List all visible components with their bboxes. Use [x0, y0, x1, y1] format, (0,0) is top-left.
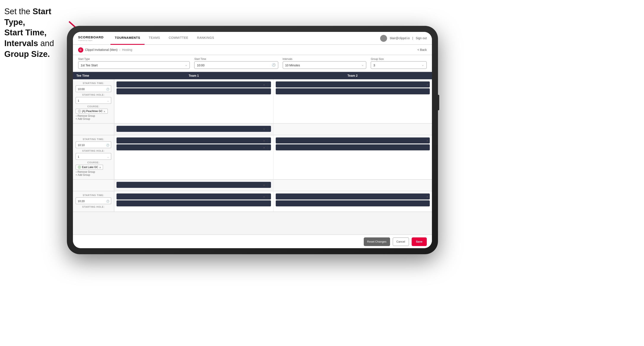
- player-slot: [276, 88, 430, 94]
- course-remove-1[interactable]: ✕: [103, 110, 106, 113]
- cancel-button[interactable]: Cancel: [392, 237, 409, 246]
- breadcrumb-logo: C: [78, 47, 83, 52]
- user-avatar: [380, 35, 387, 42]
- starting-time-input-1[interactable]: 10:00 🕐: [76, 85, 111, 92]
- tablet-frame: SCOREBOARD Powered by clippd TOURNAMENTS…: [67, 26, 438, 254]
- player-slot: ✕: [276, 81, 430, 87]
- tablet-screen: SCOREBOARD Powered by clippd TOURNAMENTS…: [73, 32, 432, 248]
- th-team2: Team 2: [273, 72, 432, 79]
- starting-time-label-1: STARTING TIME:: [76, 82, 111, 84]
- group-size-select[interactable]: 3 ⌄: [371, 61, 427, 69]
- group1b-team1: ✕ ⋮: [114, 124, 273, 135]
- course-tag-2[interactable]: East Lake GC ✕: [76, 165, 103, 170]
- player-slot: ✕ ⋮: [116, 126, 271, 132]
- player-slot: [276, 200, 430, 206]
- starting-hole-label-1: STARTING HOLE:: [76, 94, 111, 96]
- nav-tab-tournaments[interactable]: TOURNAMENTS: [110, 32, 144, 45]
- player-slot: ✕: [276, 138, 430, 144]
- group-size-label: Group Size: [371, 58, 427, 60]
- player-slot: ✕ ⋮: [116, 193, 271, 199]
- instruction-bold4: Group Size.: [4, 49, 50, 59]
- intervals-chevron: ⌄: [361, 63, 364, 67]
- starting-time-value-3: 10:20: [78, 199, 85, 202]
- logo-subtext: Powered by clippd: [78, 39, 104, 41]
- starting-time-value-1: 10:00: [78, 87, 85, 90]
- intervals-value: 10 Minutes: [285, 64, 300, 67]
- starting-time-label-3: STARTING TIME:: [76, 194, 111, 196]
- starting-time-label-2: STARTING TIME:: [76, 138, 111, 141]
- table-row: STARTING TIME: 10:20 🕐 STARTING HOLE: ✕: [73, 191, 432, 212]
- tablet-side-button: [438, 95, 439, 110]
- table-header: Tee Time Team 1 Team 2: [73, 72, 432, 79]
- course-value-1: (A) Peachtree GC: [82, 110, 102, 112]
- logo-text: SCOREBOARD: [78, 35, 104, 39]
- player-slot: ✕ ⋮: [116, 138, 271, 144]
- breadcrumb-section: Hosting: [122, 48, 132, 51]
- breadcrumb-tournament[interactable]: Clippd Invitational (Men): [85, 48, 118, 51]
- group1-left: STARTING TIME: 10:00 🕐 STARTING HOLE: 1 …: [73, 79, 114, 123]
- nav-right: blair@clippd.io | Sign out: [380, 35, 427, 42]
- player-slot: ✕ ⋮: [116, 144, 271, 150]
- sign-out-link[interactable]: Sign out: [416, 37, 427, 40]
- nav-tab-committee[interactable]: COMMITTEE: [164, 32, 193, 45]
- breadcrumb-separator: ›: [119, 48, 120, 51]
- starting-hole-input-2[interactable]: 1 ⌄: [76, 153, 111, 160]
- group-size-value: 3: [374, 64, 375, 67]
- start-type-select[interactable]: 1st Tee Start ⌄: [78, 61, 190, 69]
- course-tag-1[interactable]: (A) Peachtree GC ✕: [76, 109, 108, 114]
- start-time-value: 10:00: [197, 64, 204, 67]
- group1b-team2: [273, 124, 432, 135]
- add-group-2[interactable]: + Add Group: [76, 174, 111, 176]
- instruction-line2: and: [40, 39, 54, 48]
- group1-team1: ✕ ⋮: [114, 79, 273, 123]
- intervals-group: Intervals 10 Minutes ⌄: [283, 58, 366, 69]
- starting-time-input-2[interactable]: 10:10 🕐: [76, 141, 111, 148]
- nav-tab-teams[interactable]: TEAMS: [144, 32, 164, 45]
- group3-team2: ✕: [273, 191, 432, 211]
- instruction-line1: Set the: [4, 7, 30, 16]
- starting-hole-label-2: STARTING HOLE:: [76, 150, 111, 152]
- remove-group-1[interactable]: ○ Remove Group: [76, 115, 111, 117]
- group3-right: ✕ ⋮ ✕: [114, 191, 432, 211]
- bottom-action-bar: Reset Changes Cancel Save: [73, 234, 432, 248]
- add-group-1[interactable]: + Add Group: [76, 118, 111, 120]
- start-type-chevron: ⌄: [185, 63, 188, 67]
- remove-group-2[interactable]: ○ Remove Group: [76, 171, 111, 173]
- table-row: STARTING TIME: 10:10 🕐 STARTING HOLE: 1 …: [73, 135, 432, 180]
- table-row: STARTING TIME: 10:00 🕐 STARTING HOLE: 1 …: [73, 79, 432, 124]
- group2b-team1: ✕ ⋮: [114, 180, 273, 191]
- group1-right: ✕ ⋮ ✕: [114, 79, 432, 123]
- start-type-label: Start Type: [78, 58, 190, 60]
- start-time-select[interactable]: 10:00 🕐: [194, 61, 278, 69]
- logo: SCOREBOARD Powered by clippd: [78, 35, 104, 41]
- player-slot: ✕ ⋮: [116, 182, 271, 188]
- breadcrumb-left: C Clippd Invitational (Men) › Hosting: [78, 47, 132, 52]
- back-button[interactable]: < Back: [418, 48, 427, 51]
- instruction-bold2: Start Time,: [4, 28, 46, 37]
- nav-tab-rankings[interactable]: RANKINGS: [193, 32, 218, 45]
- start-time-chevron: 🕐: [272, 63, 276, 67]
- reset-changes-button[interactable]: Reset Changes: [364, 237, 390, 246]
- nav-separator: |: [412, 37, 413, 40]
- course-icon-1: [78, 109, 81, 113]
- instruction-block: Set the Start Type, Start Time, Interval…: [4, 6, 71, 60]
- breadcrumb-bar: C Clippd Invitational (Men) › Hosting < …: [73, 45, 432, 55]
- start-type-value: 1st Tee Start: [81, 64, 98, 67]
- table-row: ✕ ⋮: [73, 124, 432, 135]
- starting-time-input-3[interactable]: 10:20 🕐: [76, 197, 111, 204]
- player-slot: [276, 144, 430, 150]
- intervals-select[interactable]: 10 Minutes ⌄: [283, 61, 366, 69]
- group3-left: STARTING TIME: 10:20 🕐 STARTING HOLE:: [73, 191, 114, 211]
- course-remove-2[interactable]: ✕: [99, 166, 101, 169]
- start-time-group: Start Time 10:00 🕐: [194, 58, 278, 69]
- save-button[interactable]: Save: [412, 237, 427, 246]
- group2-team1: ✕ ⋮ ✕ ⋮: [114, 135, 273, 179]
- user-email: blair@clippd.io: [390, 37, 410, 40]
- player-slot: ✕ ⋮: [116, 81, 271, 87]
- intervals-label: Intervals: [283, 58, 366, 60]
- group3-team1: ✕ ⋮: [114, 191, 273, 211]
- player-slot: [116, 200, 271, 206]
- top-navigation: SCOREBOARD Powered by clippd TOURNAMENTS…: [73, 32, 432, 45]
- starting-hole-input-1[interactable]: 1 ⌄: [76, 97, 111, 104]
- course-value-2: East Lake GC: [82, 166, 98, 169]
